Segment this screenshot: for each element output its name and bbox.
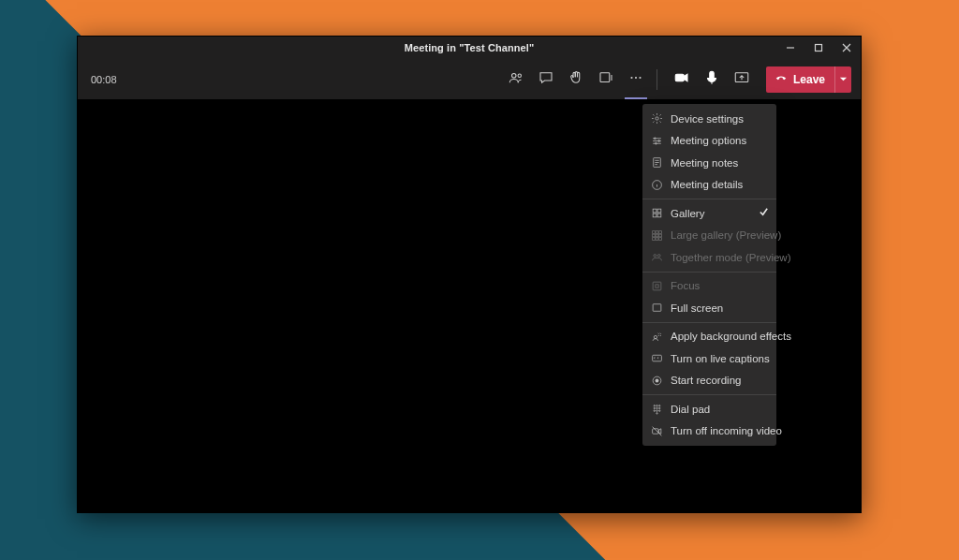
svg-rect-35 <box>653 356 662 362</box>
svg-point-43 <box>659 408 660 409</box>
svg-rect-23 <box>653 234 656 237</box>
menu-full-screen[interactable]: Full screen <box>642 297 776 319</box>
menu-label: Turn off incoming video <box>671 425 782 436</box>
more-actions-button[interactable] <box>622 66 650 94</box>
svg-point-41 <box>654 408 655 409</box>
mic-button[interactable] <box>698 66 726 94</box>
svg-rect-32 <box>656 285 658 287</box>
menu-dial-pad[interactable]: Dial pad <box>642 398 776 420</box>
svg-point-2 <box>518 74 521 77</box>
svg-rect-17 <box>657 209 661 213</box>
menu-separator <box>642 394 776 395</box>
svg-point-42 <box>657 408 657 409</box>
svg-point-6 <box>639 76 641 78</box>
leave-main[interactable]: Leave <box>766 66 834 93</box>
share-screen-icon <box>733 69 750 90</box>
leave-label: Leave <box>793 73 825 86</box>
menu-label: Large gallery (Preview) <box>671 229 781 241</box>
leave-dropdown[interactable] <box>834 66 851 93</box>
menu-gallery[interactable]: Gallery <box>642 202 776 225</box>
menu-label: Meeting details <box>671 179 743 190</box>
sliders-icon <box>651 135 663 147</box>
svg-rect-16 <box>653 209 657 213</box>
share-button[interactable] <box>728 66 756 94</box>
svg-point-10 <box>656 117 658 120</box>
menu-start-recording[interactable]: Start recording <box>642 370 776 392</box>
svg-point-47 <box>657 413 657 414</box>
svg-point-29 <box>654 255 657 258</box>
menu-together-mode: Together mode (Preview) <box>642 246 776 269</box>
menu-background-effects[interactable]: Apply background effects <box>642 326 776 348</box>
captions-icon <box>651 352 663 364</box>
svg-rect-7 <box>675 74 684 81</box>
toolbar-secondary-actions <box>501 66 651 94</box>
svg-rect-18 <box>653 214 657 217</box>
svg-point-37 <box>656 378 659 382</box>
gear-icon <box>651 112 663 125</box>
svg-point-38 <box>654 405 655 406</box>
svg-rect-25 <box>659 234 662 237</box>
check-icon <box>759 207 769 219</box>
menu-meeting-details[interactable]: Meeting details <box>642 174 776 197</box>
menu-meeting-options[interactable]: Meeting options <box>642 130 776 153</box>
svg-point-34 <box>654 335 657 338</box>
menu-incoming-video-off[interactable]: Turn off incoming video <box>642 420 776 443</box>
svg-point-1 <box>511 73 516 78</box>
menu-separator <box>642 199 776 199</box>
svg-rect-22 <box>659 230 662 233</box>
svg-point-44 <box>654 410 655 411</box>
menu-label: Start recording <box>671 375 741 386</box>
leave-button[interactable]: Leave <box>766 66 851 93</box>
menu-label: Gallery <box>671 208 704 219</box>
svg-point-40 <box>659 405 660 406</box>
svg-rect-26 <box>653 237 656 240</box>
titlebar: Meeting in "Test Channel" <box>78 37 861 59</box>
svg-rect-24 <box>656 234 658 237</box>
svg-rect-21 <box>656 230 658 233</box>
hangup-icon <box>775 71 788 87</box>
chevron-down-icon <box>839 73 848 86</box>
video-stage: Device settings Meeting options Meeting … <box>78 100 861 512</box>
svg-rect-20 <box>653 230 656 233</box>
svg-rect-19 <box>657 214 661 217</box>
camera-button[interactable] <box>668 66 696 94</box>
menu-label: Meeting notes <box>671 157 738 169</box>
background-effects-icon <box>651 331 663 343</box>
more-actions-menu: Device settings Meeting options Meeting … <box>642 104 776 446</box>
mic-icon <box>703 69 720 90</box>
fullscreen-icon <box>651 302 663 314</box>
chat-button[interactable] <box>532 66 560 94</box>
meeting-toolbar: 00:08 <box>78 59 861 100</box>
svg-rect-27 <box>656 237 658 240</box>
menu-label: Meeting options <box>671 135 746 146</box>
menu-live-captions[interactable]: Turn on live captions <box>642 347 776 370</box>
reactions-button[interactable] <box>562 66 590 94</box>
chat-icon <box>538 69 554 90</box>
svg-rect-33 <box>653 304 661 312</box>
gallery-icon <box>651 207 663 219</box>
info-icon <box>651 179 663 191</box>
meeting-timer: 00:08 <box>91 74 117 85</box>
menu-label: Device settings <box>671 113 744 125</box>
svg-rect-31 <box>653 282 661 290</box>
menu-device-settings[interactable]: Device settings <box>642 108 776 130</box>
participants-button[interactable] <box>502 66 530 94</box>
rooms-button[interactable] <box>592 66 620 94</box>
menu-meeting-notes[interactable]: Meeting notes <box>642 152 776 174</box>
people-icon <box>508 69 524 90</box>
meeting-window: Meeting in "Test Channel" 00:08 <box>77 36 862 513</box>
notes-icon <box>651 156 663 169</box>
menu-label: Together mode (Preview) <box>671 252 790 263</box>
svg-point-4 <box>630 76 632 78</box>
menu-label: Focus <box>671 280 700 291</box>
svg-rect-28 <box>659 237 662 240</box>
svg-point-45 <box>657 410 657 411</box>
dialpad-icon <box>651 403 663 415</box>
menu-focus: Focus <box>642 275 776 298</box>
rooms-icon <box>598 69 614 90</box>
more-icon <box>627 69 644 90</box>
menu-large-gallery: Large gallery (Preview) <box>642 225 776 247</box>
together-icon <box>651 251 663 263</box>
record-icon <box>651 375 663 387</box>
svg-point-46 <box>659 410 660 411</box>
